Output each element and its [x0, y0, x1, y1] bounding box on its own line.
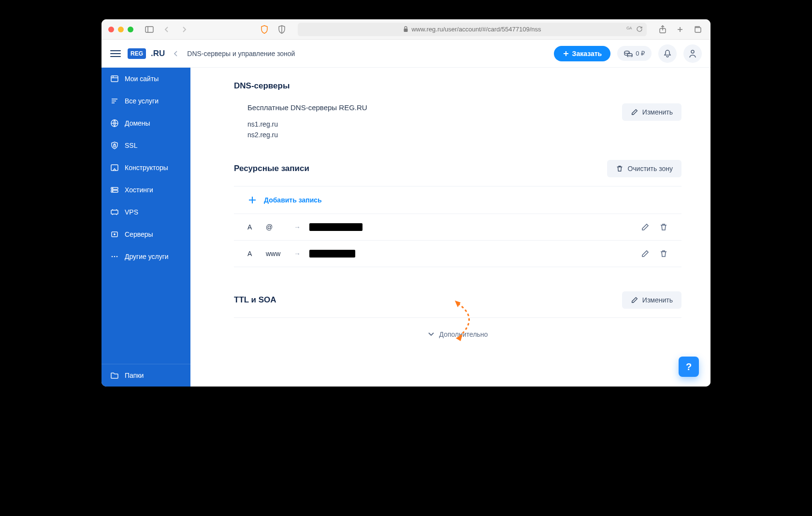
- clear-zone-label: Очистить зону: [627, 165, 673, 172]
- browser-window: www.reg.ru/user/account/#/card/55477109/…: [102, 19, 710, 387]
- breadcrumb: DNS-серверы и управление зоной: [187, 50, 295, 57]
- sidebar-item-label: Папки: [125, 372, 144, 379]
- lock-icon: [403, 26, 408, 32]
- sidebar-item-vps[interactable]: VPS: [102, 201, 190, 223]
- order-button[interactable]: Заказать: [554, 46, 611, 61]
- shield-lock-icon: [110, 141, 119, 150]
- shield-orange-icon[interactable]: [258, 24, 271, 35]
- add-record-button[interactable]: Добавить запись: [234, 186, 682, 214]
- delete-record-icon[interactable]: [659, 249, 668, 258]
- globe-icon: [110, 119, 119, 128]
- expand-more-button[interactable]: Дополнительно: [234, 317, 682, 340]
- edit-record-icon[interactable]: [641, 249, 650, 258]
- address-bar[interactable]: www.reg.ru/user/account/#/card/55477109/…: [298, 23, 647, 36]
- dns-section-title: DNS-серверы: [234, 81, 682, 91]
- logo[interactable]: REG .RU: [128, 48, 165, 59]
- page-body: Мои сайты Все услуги Домены SSL Конструк…: [102, 68, 710, 387]
- traffic-lights: [108, 27, 133, 32]
- order-button-label: Заказать: [572, 50, 602, 57]
- svg-point-6: [627, 53, 632, 56]
- sidebar-item-label: Хостинги: [125, 186, 153, 194]
- expand-label: Дополнительно: [439, 330, 488, 338]
- sidebar-item-label: VPS: [125, 208, 138, 216]
- sidebar-item-builders[interactable]: Конструкторы: [102, 157, 190, 179]
- minimize-window-button[interactable]: [118, 27, 124, 32]
- bell-icon: [664, 49, 671, 58]
- sidebar-item-hosting[interactable]: Хостинги: [102, 179, 190, 201]
- svg-point-19: [112, 188, 113, 188]
- svg-point-24: [112, 256, 113, 258]
- delete-record-icon[interactable]: [659, 223, 668, 231]
- record-host: www: [266, 250, 285, 258]
- tabs-overview-button[interactable]: [691, 24, 704, 35]
- trash-icon: [616, 165, 624, 172]
- sidebar-item-label: Серверы: [125, 230, 153, 238]
- svg-point-5: [624, 51, 629, 53]
- svg-point-23: [114, 234, 115, 235]
- notifications-button[interactable]: [658, 44, 677, 63]
- svg-point-7: [691, 50, 694, 53]
- balance-value: 0 ₽: [636, 50, 645, 57]
- new-tab-button[interactable]: [674, 24, 686, 35]
- records-list: Добавить запись A @ → A www →: [234, 186, 682, 267]
- coins-icon: [624, 50, 633, 57]
- menu-button[interactable]: [110, 50, 121, 57]
- share-button[interactable]: [656, 24, 669, 35]
- dns-edit-label: Изменить: [642, 108, 673, 116]
- svg-point-20: [112, 191, 113, 191]
- sidebar-item-label: Конструкторы: [125, 164, 168, 172]
- record-row: A www →: [234, 241, 682, 267]
- svg-rect-0: [145, 27, 153, 32]
- balance-pill[interactable]: 0 ₽: [617, 46, 652, 61]
- shield-half-icon[interactable]: [276, 24, 288, 35]
- sidebar-item-services[interactable]: Все услуги: [102, 90, 190, 112]
- translate-icon[interactable]: ᴳᴬ: [626, 26, 632, 33]
- close-window-button[interactable]: [108, 27, 114, 32]
- svg-point-26: [116, 256, 118, 258]
- sidebar-item-folders[interactable]: Папки: [102, 364, 190, 387]
- svg-rect-8: [111, 76, 118, 82]
- maximize-window-button[interactable]: [128, 27, 133, 32]
- help-chat-button[interactable]: ?: [679, 357, 699, 377]
- plus-icon: [247, 195, 257, 205]
- svg-rect-16: [111, 165, 118, 171]
- svg-rect-15: [114, 145, 116, 147]
- account-button[interactable]: [683, 44, 702, 63]
- ttl-title: TTL и SOA: [234, 295, 276, 305]
- sidebar-item-other[interactable]: Другие услуги: [102, 245, 190, 268]
- edit-record-icon[interactable]: [641, 223, 650, 231]
- sidebar: Мои сайты Все услуги Домены SSL Конструк…: [102, 68, 190, 387]
- ttl-edit-button[interactable]: Изменить: [622, 291, 682, 309]
- breadcrumb-back-icon[interactable]: [172, 51, 180, 57]
- main-content: DNS-серверы Бесплатные DNS-серверы REG.R…: [190, 68, 710, 387]
- ns1-value: ns1.reg.ru: [247, 120, 367, 128]
- sidebar-item-domains[interactable]: Домены: [102, 112, 190, 134]
- chevron-down-icon: [428, 332, 435, 337]
- logo-suffix: .RU: [151, 49, 165, 58]
- browser-chrome: www.reg.ru/user/account/#/card/55477109/…: [102, 19, 710, 40]
- rr-section-title: Ресурсные записи: [234, 164, 309, 173]
- reload-icon[interactable]: [636, 26, 643, 33]
- url-text: www.reg.ru/user/account/#/card/55477109/…: [411, 26, 541, 33]
- sidebar-item-servers[interactable]: Серверы: [102, 223, 190, 245]
- svg-rect-21: [111, 210, 118, 214]
- nav-forward-button[interactable]: [178, 24, 190, 35]
- arrow-icon: →: [294, 223, 301, 231]
- svg-point-25: [114, 256, 116, 258]
- dns-edit-button[interactable]: Изменить: [622, 103, 682, 121]
- sites-icon: [110, 74, 119, 83]
- sidebar-item-my-sites[interactable]: Мои сайты: [102, 68, 190, 90]
- server-icon: [110, 230, 119, 239]
- sidebar-toggle-button[interactable]: [143, 24, 156, 35]
- record-host: @: [266, 223, 285, 231]
- sidebar-item-ssl[interactable]: SSL: [102, 134, 190, 157]
- record-row: A @ →: [234, 214, 682, 241]
- clear-zone-button[interactable]: Очистить зону: [607, 160, 682, 177]
- svg-rect-4: [695, 28, 701, 32]
- nav-back-button[interactable]: [160, 24, 173, 35]
- add-record-label: Добавить запись: [264, 196, 322, 204]
- rr-header: Ресурсные записи Очистить зону: [234, 160, 682, 177]
- ttl-section: TTL и SOA Изменить: [234, 291, 682, 309]
- record-type: A: [247, 250, 257, 258]
- dns-subtitle: Бесплатные DNS-серверы REG.RU: [247, 103, 367, 112]
